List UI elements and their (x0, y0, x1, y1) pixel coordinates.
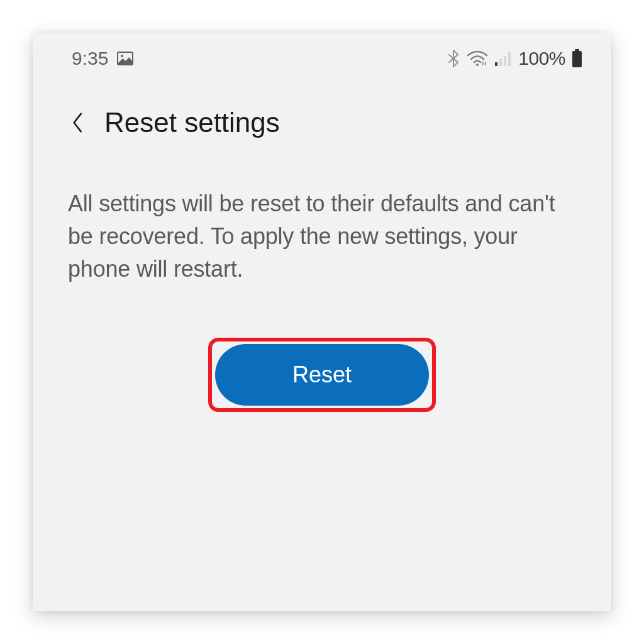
phone-screen: 9:35 (33, 33, 611, 611)
svg-point-2 (476, 64, 479, 66)
svg-rect-6 (508, 52, 511, 66)
button-container: Reset (33, 338, 611, 412)
battery-icon (572, 49, 582, 68)
status-bar: 9:35 (33, 33, 611, 77)
svg-point-1 (121, 55, 123, 57)
svg-rect-8 (572, 51, 582, 67)
svg-rect-7 (575, 49, 579, 51)
back-icon[interactable] (69, 109, 87, 136)
cellular-signal-icon (494, 51, 512, 66)
battery-percent: 100% (518, 48, 565, 69)
bluetooth-icon (447, 49, 460, 68)
wifi-icon (467, 50, 488, 67)
svg-rect-4 (499, 59, 502, 66)
annotation-highlight: Reset (208, 338, 436, 412)
page-title: Reset settings (104, 107, 280, 138)
picture-icon (117, 52, 133, 65)
page-header: Reset settings (33, 77, 611, 151)
description-text: All settings will be reset to their defa… (33, 151, 611, 286)
svg-rect-5 (504, 56, 506, 66)
status-right: 100% (447, 48, 582, 69)
reset-button[interactable]: Reset (215, 344, 429, 406)
svg-rect-3 (495, 62, 497, 66)
status-left: 9:35 (72, 48, 133, 69)
status-time: 9:35 (72, 48, 108, 69)
